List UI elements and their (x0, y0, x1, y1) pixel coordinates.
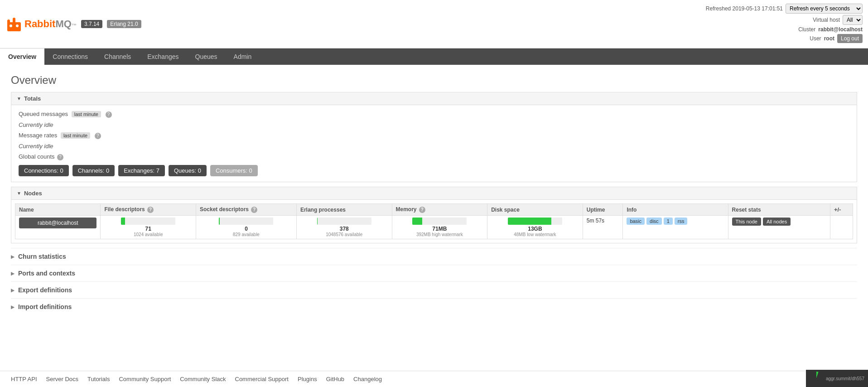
node-name: rabbit@localhost (19, 218, 96, 228)
queued-messages-badge: last minute (72, 111, 101, 117)
exchanges-count[interactable]: Exchanges: 7 (118, 165, 165, 176)
disk-sub: 48MB low watermark (491, 232, 579, 237)
info-badges: basic disc 1 rss (627, 218, 724, 225)
consumers-count[interactable]: Consumers: 0 (210, 165, 258, 176)
info-cell: basic disc 1 rss (623, 216, 728, 239)
nav-channels[interactable]: Channels (96, 48, 139, 65)
ports-label: Ports and contexts (18, 270, 75, 277)
nodes-table: Name File descriptors ? Socket descripto… (15, 203, 853, 239)
socket-desc-bar-wrap (219, 218, 273, 225)
vhost-row: Virtual host All / (706, 15, 863, 25)
churn-label: Churn statistics (18, 253, 66, 260)
erlang-value: 378 (300, 226, 388, 232)
page-title: Overview (11, 74, 857, 87)
svg-point-5 (10, 24, 12, 27)
socket-desc-bar (219, 218, 219, 225)
churn-section: ▶ Churn statistics (11, 248, 857, 265)
file-desc-cell: 71 1024 available (101, 216, 196, 239)
reset-buttons: This node All nodes (732, 218, 826, 226)
badge-rss[interactable]: rss (675, 218, 688, 225)
import-header[interactable]: ▶ Import definitions (11, 303, 857, 310)
memory-value: 71MB (396, 226, 484, 232)
file-desc-container: 71 1024 available (104, 218, 192, 237)
rabbitmq-icon (5, 15, 24, 33)
nav-admin[interactable]: Admin (226, 48, 260, 65)
nav-overview[interactable]: Overview (0, 48, 44, 65)
erlang-cell: 378 1048576 available (296, 216, 392, 239)
uptime-cell: 5m 57s (583, 216, 623, 239)
export-label: Export definitions (18, 286, 72, 294)
churn-header[interactable]: ▶ Churn statistics (11, 253, 857, 260)
queues-count[interactable]: Queues: 0 (169, 165, 207, 176)
nav-queues[interactable]: Queues (187, 48, 226, 65)
main-content: Overview ▼ Totals Queued messages last m… (0, 65, 868, 324)
logout-button[interactable]: Log out (837, 34, 863, 43)
export-header[interactable]: ▶ Export definitions (11, 286, 857, 294)
vhost-label: Virtual host (813, 17, 840, 23)
totals-header[interactable]: ▼ Totals (11, 92, 857, 105)
ports-section: ▶ Ports and contexts (11, 265, 857, 281)
connections-count[interactable]: Connections: 0 (19, 165, 69, 176)
memory-bar-wrap (412, 218, 467, 225)
disk-container: 13GB 48MB low watermark (491, 218, 579, 237)
import-section: ▶ Import definitions (11, 298, 857, 315)
socket-desc-help[interactable]: ? (251, 207, 257, 213)
message-rates-row: Message rates last minute ? (19, 132, 849, 139)
cluster-label: Cluster (798, 26, 815, 33)
erlang-available: 1048576 available (300, 232, 388, 237)
memory-sub: 392MB high watermark (396, 232, 484, 237)
erlang-bar-wrap (317, 218, 371, 225)
vhost-select[interactable]: All / (843, 15, 863, 25)
socket-desc-container: 0 829 available (200, 218, 293, 237)
memory-help[interactable]: ? (419, 207, 425, 213)
nodes-header[interactable]: ▼ Nodes (11, 187, 857, 200)
reset-this-node-button[interactable]: This node (732, 218, 761, 226)
file-desc-value: 71 (104, 226, 192, 232)
totals-title: Totals (24, 95, 41, 102)
reset-all-nodes-button[interactable]: All nodes (763, 218, 791, 226)
queued-messages-label: Queued messages (19, 111, 68, 117)
badge-basic[interactable]: basic (627, 218, 645, 225)
global-counts-label: Global counts (19, 153, 55, 160)
file-desc-help[interactable]: ? (147, 207, 154, 213)
nodes-table-header-row: Name File descriptors ? Socket descripto… (15, 204, 853, 216)
message-rates-badge: last minute (61, 132, 90, 139)
nodes-arrow: ▼ (17, 191, 21, 196)
logo-area: RabbitMQ™ 3.7.14 Erlang 21.0 (5, 15, 141, 33)
global-counts-help-icon[interactable]: ? (57, 154, 63, 160)
refresh-row: Refreshed 2019-05-13 17:01:51 Refresh ev… (706, 4, 863, 14)
nav-connections[interactable]: Connections (44, 48, 96, 65)
export-section: ▶ Export definitions (11, 281, 857, 298)
import-arrow: ▶ (11, 305, 14, 310)
disk-bar-wrap (508, 218, 562, 225)
queued-messages-help-icon[interactable]: ? (106, 111, 112, 118)
col-file-desc: File descriptors ? (101, 204, 196, 216)
table-row: rabbit@localhost 71 1024 available (15, 216, 853, 239)
top-bar: RabbitMQ™ 3.7.14 Erlang 21.0 Refreshed 2… (0, 0, 868, 48)
badge-disc[interactable]: disc (646, 218, 662, 225)
message-rates-help-icon[interactable]: ? (95, 133, 101, 139)
logo-text: RabbitMQ™ (24, 18, 77, 30)
col-uptime: Uptime (583, 204, 623, 216)
col-info: Info (623, 204, 728, 216)
channels-count[interactable]: Channels: 0 (72, 165, 115, 176)
user-label: User (810, 35, 821, 42)
erlang-container: 378 1048576 available (300, 218, 388, 237)
svg-rect-2 (7, 19, 10, 26)
badge-1[interactable]: 1 (664, 218, 673, 225)
erlang-badge: Erlang 21.0 (107, 20, 141, 28)
refresh-select[interactable]: Refresh every 5 seconds Refresh every 10… (786, 4, 863, 14)
col-plusminus: +/- (830, 204, 853, 216)
nav-exchanges[interactable]: Exchanges (139, 48, 187, 65)
memory-bar (412, 218, 422, 225)
reset-cell: This node All nodes (728, 216, 830, 239)
user-row: User root Log out (706, 34, 863, 43)
ports-header[interactable]: ▶ Ports and contexts (11, 270, 857, 277)
col-socket-desc: Socket descriptors ? (196, 204, 297, 216)
svg-rect-4 (7, 25, 21, 31)
totals-arrow: ▼ (17, 96, 21, 101)
svg-rect-3 (13, 18, 15, 26)
nodes-body: Name File descriptors ? Socket descripto… (11, 200, 857, 243)
ports-arrow: ▶ (11, 271, 14, 276)
queued-messages-idle: Currently idle (19, 121, 849, 128)
